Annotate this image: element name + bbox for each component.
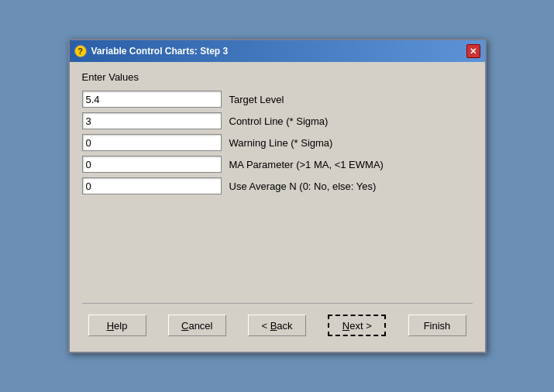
divider bbox=[82, 303, 473, 304]
use-average-n-input[interactable] bbox=[82, 177, 222, 194]
dialog-title: Variable Control Charts: Step 3 bbox=[91, 46, 229, 57]
dialog-window: ? Variable Control Charts: Step 3 ✕ Ente… bbox=[68, 39, 487, 353]
help-button[interactable]: Help bbox=[88, 315, 146, 336]
section-label: Enter Values bbox=[82, 71, 473, 83]
empty-area bbox=[82, 204, 473, 297]
dialog-icon-text: ? bbox=[77, 46, 83, 56]
form-row: Target Level bbox=[82, 91, 473, 108]
target-level-label: Target Level bbox=[229, 94, 284, 105]
back-button[interactable]: < Back bbox=[248, 315, 306, 336]
dialog-icon: ? bbox=[74, 45, 87, 57]
button-row: Help Cancel < Back Next > Finish bbox=[82, 310, 473, 344]
close-button[interactable]: ✕ bbox=[466, 44, 480, 58]
form-row: Control Line (* Sigma) bbox=[82, 112, 473, 129]
target-level-input[interactable] bbox=[82, 91, 222, 108]
dialog-body: Enter Values Target Level Control Line (… bbox=[70, 62, 485, 352]
form-row: Warning Line (* Sigma) bbox=[82, 134, 473, 151]
ma-parameter-input[interactable] bbox=[82, 156, 222, 173]
next-button[interactable]: Next > bbox=[328, 315, 386, 336]
warning-line-label: Warning Line (* Sigma) bbox=[229, 137, 333, 149]
ma-parameter-label: MA Parameter (>1 MA, <1 EWMA) bbox=[229, 159, 384, 170]
control-line-input[interactable] bbox=[82, 112, 222, 129]
form-rows: Target Level Control Line (* Sigma) Warn… bbox=[82, 91, 473, 194]
form-row: MA Parameter (>1 MA, <1 EWMA) bbox=[82, 156, 473, 173]
finish-button[interactable]: Finish bbox=[408, 315, 466, 336]
control-line-label: Control Line (* Sigma) bbox=[229, 115, 329, 127]
cancel-button[interactable]: Cancel bbox=[168, 315, 226, 336]
form-row: Use Average N (0: No, else: Yes) bbox=[82, 177, 473, 194]
title-bar-left: ? Variable Control Charts: Step 3 bbox=[74, 45, 229, 57]
title-bar: ? Variable Control Charts: Step 3 ✕ bbox=[70, 40, 485, 62]
use-average-n-label: Use Average N (0: No, else: Yes) bbox=[229, 181, 377, 192]
warning-line-input[interactable] bbox=[82, 134, 222, 151]
